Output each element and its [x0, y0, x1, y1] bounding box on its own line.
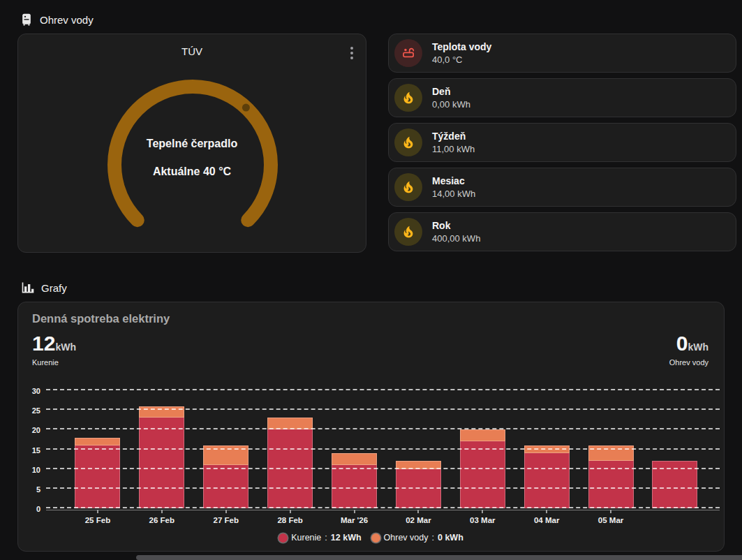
stat-card-title: Rok — [432, 219, 480, 232]
bar-segment-ohrev-vody[interactable] — [460, 429, 505, 441]
x-axis-line — [46, 510, 720, 510]
section-title: Grafy — [41, 282, 67, 294]
gridline — [46, 428, 720, 429]
gridline — [46, 448, 720, 450]
stat-unit: kWh — [688, 341, 708, 353]
stat-label: Ohrev vody — [669, 358, 708, 367]
x-axis-tick — [97, 510, 98, 513]
chart-title: Denná spotreba elektriny — [32, 312, 170, 325]
stat-value: 12 — [32, 332, 55, 355]
bar-segment-ohrev-vody[interactable] — [524, 445, 570, 453]
hot-tub-icon — [394, 39, 422, 67]
section-header-graphs: Grafy — [21, 281, 67, 295]
legend-series-value: 0 kWh — [438, 533, 463, 543]
gauge-label-mode: Tepelné čerpadlo — [18, 138, 366, 150]
temperature-gauge[interactable] — [107, 80, 278, 250]
y-axis-tick-label: 5 — [21, 485, 40, 494]
bar-segment-ohrev-vody[interactable] — [332, 453, 377, 465]
x-axis-tick — [161, 510, 163, 513]
x-axis-label: 28 Feb — [277, 516, 302, 524]
x-axis-label: Mar '26 — [341, 516, 368, 524]
big-stat-ohrev-vody: 0kWh Ohrev vody — [669, 333, 708, 367]
legend-item[interactable]: Ohrev vody: 0 kWh — [371, 533, 463, 543]
stat-card[interactable]: Deň0,00 kWh — [388, 78, 736, 117]
big-stat-kurenie: 12kWh Kurenie — [32, 333, 76, 367]
x-axis-tick — [610, 510, 611, 513]
gridline — [46, 389, 720, 390]
stat-card[interactable]: Mesiac14,00 kWh — [388, 168, 736, 207]
gauge-card-title: TÚV — [18, 45, 366, 57]
x-axis-label: 27 Feb — [214, 516, 239, 524]
stat-card-title: Týždeň — [432, 130, 475, 142]
bar-segment-ohrev-vody[interactable] — [75, 438, 120, 445]
x-axis-label: 25 Feb — [85, 516, 110, 524]
stat-card-list: Teplota vody40,0 °CDeň0,00 kWhTýždeň11,0… — [388, 34, 736, 251]
legend-series-value: 12 kWh — [331, 533, 362, 543]
y-axis-tick-label: 25 — [21, 406, 40, 415]
stat-label: Kurenie — [32, 358, 76, 367]
x-axis-label: 26 Feb — [149, 516, 175, 524]
stat-card-value: 11,00 kWh — [432, 143, 475, 155]
stat-card[interactable]: Rok400,00 kWh — [388, 212, 736, 251]
bar-chart-icon — [21, 281, 35, 295]
bar-segment-kurenie[interactable] — [460, 441, 505, 508]
kebab-menu-icon[interactable] — [349, 45, 355, 61]
stat-card-value: 400,00 kWh — [432, 233, 480, 244]
gridline — [46, 487, 720, 489]
x-axis-tick — [482, 510, 483, 513]
bar-segment-kurenie[interactable] — [75, 445, 120, 508]
gauge-label-current: Aktuálne 40 °C — [18, 165, 366, 178]
section-title: Ohrev vody — [40, 14, 94, 26]
bar-segment-ohrev-vody[interactable] — [139, 406, 184, 418]
gauge-card-tuv[interactable]: TÚV Tepelné čerpadlo Aktuálne 40 °C — [17, 34, 366, 253]
stat-card-value: 0,00 kWh — [432, 98, 470, 110]
stat-unit: kWh — [55, 341, 76, 353]
x-axis-label: 04 Mar — [534, 516, 559, 524]
gridline — [46, 507, 720, 508]
legend-color-dot — [371, 533, 380, 543]
stat-card-value: 40,0 °C — [432, 54, 491, 66]
stat-card-title: Deň — [432, 85, 470, 98]
stat-card-title: Mesiac — [432, 175, 475, 187]
stat-value: 0 — [676, 332, 688, 355]
chart-legend: Kurenie: 12 kWhOhrev vody: 0 kWh — [18, 533, 724, 543]
legend-item[interactable]: Kurenie: 12 kWh — [279, 533, 361, 543]
legend-color-dot — [279, 533, 288, 543]
stat-card-value: 14,00 kWh — [432, 188, 475, 200]
x-axis-tick — [417, 510, 419, 513]
y-axis-tick-label: 30 — [21, 387, 40, 395]
y-axis-tick-label: 0 — [21, 505, 40, 513]
fire-icon — [394, 84, 422, 112]
fire-icon — [394, 128, 422, 156]
legend-series-name: Ohrev vody — [384, 533, 429, 543]
x-axis-label: 03 Mar — [470, 516, 495, 524]
bar-segment-kurenie[interactable] — [524, 453, 570, 508]
y-axis-tick-label: 20 — [21, 426, 40, 434]
section-header-water-heating: Ohrev vody — [20, 13, 94, 27]
water-boiler-icon — [20, 13, 34, 27]
x-axis-tick — [290, 510, 291, 513]
gridline — [46, 468, 720, 469]
x-axis-tick — [354, 510, 355, 513]
legend-series-name: Kurenie — [291, 533, 321, 543]
chart-card-daily-consumption: Denná spotreba elektriny 12kWh Kurenie 0… — [17, 302, 725, 552]
stat-card[interactable]: Týždeň11,00 kWh — [388, 123, 736, 162]
bar-segment-kurenie[interactable] — [267, 429, 313, 508]
bar-chart-plot-area[interactable]: 25 Feb26 Feb27 Feb28 FebMar '2602 Mar03 … — [46, 390, 720, 508]
horizontal-scrollbar-thumb[interactable] — [136, 555, 742, 560]
dashboard: Ohrev vody TÚV Tepelné čerpadlo Aktuálne… — [0, 0, 742, 560]
fire-icon — [394, 218, 422, 246]
bar-segment-kurenie[interactable] — [139, 418, 184, 508]
x-axis-label: 02 Mar — [406, 516, 431, 524]
gridline — [46, 408, 720, 410]
y-axis-tick-label: 15 — [21, 446, 40, 455]
fire-icon — [394, 173, 422, 201]
stat-card-title: Teplota vody — [432, 40, 491, 53]
x-axis-tick — [546, 510, 547, 513]
x-axis-tick — [225, 510, 227, 513]
x-axis-label: 05 Mar — [598, 516, 623, 524]
y-axis-tick-label: 10 — [21, 466, 40, 474]
stat-card[interactable]: Teplota vody40,0 °C — [388, 34, 736, 73]
